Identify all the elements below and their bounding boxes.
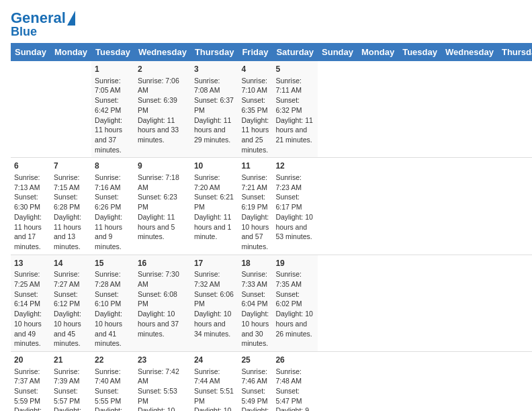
- column-header-monday: Monday: [357, 43, 398, 61]
- day-cell-23: 23Sunrise: 7:42 AMSunset: 5:53 PMDayligh…: [134, 351, 191, 411]
- daylight-text: Daylight: 10 hours and 57 minutes.: [241, 212, 269, 252]
- sunrise-text: Sunrise: 7:23 AM: [275, 173, 314, 192]
- day-cell-19: 19Sunrise: 7:35 AMSunset: 6:02 PMDayligh…: [272, 255, 318, 351]
- sunrise-text: Sunrise: 7:42 AM: [138, 367, 187, 386]
- day-number: 26: [275, 355, 314, 366]
- sunrise-text: Sunrise: 7:20 AM: [194, 173, 235, 192]
- sunset-text: Sunset: 6:10 PM: [95, 289, 131, 309]
- daylight-text: Daylight: 10 hours and 18 minutes.: [54, 406, 88, 411]
- sunset-text: Sunset: 6:28 PM: [54, 192, 88, 212]
- sunset-text: Sunset: 5:47 PM: [275, 386, 314, 406]
- sunrise-text: Sunrise: 7:46 AM: [241, 367, 269, 386]
- sunrise-text: Sunrise: 7:06 AM: [138, 76, 187, 95]
- column-header-tuesday: Tuesday: [91, 43, 134, 61]
- day-cell-12: 12Sunrise: 7:23 AMSunset: 6:17 PMDayligh…: [272, 158, 318, 255]
- daylight-text: Daylight: 10 hours and 30 minutes.: [241, 309, 269, 349]
- daylight-text: Daylight: 11 hours and 1 minute.: [194, 212, 235, 242]
- daylight-text: Daylight: 10 hours and 41 minutes.: [95, 309, 131, 349]
- logo-subtext: Blue: [11, 26, 37, 38]
- sunrise-text: Sunrise: 7:25 AM: [14, 269, 47, 289]
- sunset-text: Sunset: 5:53 PM: [138, 386, 187, 406]
- sunset-text: Sunset: 6:19 PM: [241, 192, 269, 212]
- day-cell-14: 14Sunrise: 7:27 AMSunset: 6:12 PMDayligh…: [50, 255, 91, 351]
- day-number: 20: [14, 355, 47, 366]
- column-header-wednesday: Wednesday: [441, 43, 498, 61]
- sunset-text: Sunset: 6:02 PM: [275, 289, 314, 309]
- day-cell-5: 5Sunrise: 7:11 AMSunset: 6:32 PMDaylight…: [272, 61, 318, 158]
- day-number: 11: [241, 161, 269, 172]
- sunset-text: Sunset: 6:04 PM: [241, 289, 269, 309]
- sunrise-text: Sunrise: 7:11 AM: [275, 76, 314, 95]
- column-header-monday: Monday: [50, 43, 91, 61]
- day-cell-9: 9Sunrise: 7:18 AMSunset: 6:23 PMDaylight…: [134, 158, 191, 255]
- day-number: 1: [95, 64, 131, 75]
- day-number: 4: [241, 64, 269, 75]
- sunset-text: Sunset: 6:30 PM: [14, 192, 47, 212]
- sunrise-text: Sunrise: 7:48 AM: [275, 367, 314, 386]
- sunrise-text: Sunrise: 7:28 AM: [95, 269, 131, 289]
- day-cell-13: 13Sunrise: 7:25 AMSunset: 6:14 PMDayligh…: [11, 255, 50, 351]
- day-cell-24: 24Sunrise: 7:44 AMSunset: 5:51 PMDayligh…: [191, 351, 238, 411]
- sunrise-text: Sunrise: 7:05 AM: [95, 76, 131, 95]
- empty-cell: [11, 61, 50, 158]
- sunset-text: Sunset: 6:08 PM: [138, 289, 187, 309]
- daylight-text: Daylight: 11 hours and 5 minutes.: [138, 212, 187, 242]
- logo-text: General: [11, 11, 66, 26]
- daylight-text: Daylight: 10 hours and 53 minutes.: [275, 212, 314, 242]
- day-cell-15: 15Sunrise: 7:28 AMSunset: 6:10 PMDayligh…: [91, 255, 134, 351]
- day-number: 12: [275, 161, 314, 172]
- sunset-text: Sunset: 6:21 PM: [194, 192, 235, 212]
- day-cell-3: 3Sunrise: 7:08 AMSunset: 6:37 PMDaylight…: [191, 61, 238, 158]
- empty-cell: [50, 61, 91, 158]
- daylight-text: Daylight: 11 hours and 29 minutes.: [194, 116, 235, 145]
- daylight-text: Daylight: 10 hours and 10 minutes.: [138, 406, 187, 411]
- day-number: 24: [194, 355, 235, 366]
- column-header-sunday: Sunday: [11, 43, 50, 61]
- daylight-text: Daylight: 11 hours and 25 minutes.: [241, 116, 269, 155]
- sunset-text: Sunset: 6:06 PM: [194, 289, 235, 309]
- day-cell-10: 10Sunrise: 7:20 AMSunset: 6:21 PMDayligh…: [191, 158, 238, 255]
- daylight-text: Daylight: 10 hours and 49 minutes.: [14, 309, 47, 349]
- week-row-4: 20Sunrise: 7:37 AMSunset: 5:59 PMDayligh…: [11, 351, 532, 411]
- sunset-text: Sunset: 6:12 PM: [54, 289, 88, 309]
- sunrise-text: Sunrise: 7:18 AM: [138, 173, 187, 192]
- daylight-text: Daylight: 9 hours and 59 minutes.: [275, 406, 314, 411]
- sunrise-text: Sunrise: 7:21 AM: [241, 173, 269, 192]
- sunset-text: Sunset: 5:55 PM: [95, 386, 131, 406]
- day-cell-11: 11Sunrise: 7:21 AMSunset: 6:19 PMDayligh…: [238, 158, 272, 255]
- day-number: 13: [14, 258, 47, 269]
- day-cell-7: 7Sunrise: 7:15 AMSunset: 6:28 PMDaylight…: [50, 158, 91, 255]
- sunset-text: Sunset: 6:39 PM: [138, 95, 187, 115]
- daylight-text: Daylight: 11 hours and 17 minutes.: [14, 212, 47, 252]
- sunrise-text: Sunrise: 7:13 AM: [14, 173, 47, 192]
- sunset-text: Sunset: 6:26 PM: [95, 192, 131, 212]
- day-number: 3: [194, 64, 235, 75]
- column-header-thursday: Thursday: [191, 43, 238, 61]
- sunset-text: Sunset: 6:42 PM: [95, 95, 131, 115]
- column-header-sunday: Sunday: [318, 43, 357, 61]
- day-cell-1: 1Sunrise: 7:05 AMSunset: 6:42 PMDaylight…: [91, 61, 134, 158]
- sunrise-text: Sunrise: 7:33 AM: [241, 269, 269, 289]
- daylight-text: Daylight: 10 hours and 14 minutes.: [95, 406, 131, 411]
- logo: General Blue: [11, 11, 75, 38]
- sunset-text: Sunset: 6:17 PM: [275, 192, 314, 212]
- day-cell-8: 8Sunrise: 7:16 AMSunset: 6:26 PMDaylight…: [91, 158, 134, 255]
- week-row-1: 1Sunrise: 7:05 AMSunset: 6:42 PMDaylight…: [11, 61, 532, 158]
- day-number: 23: [138, 355, 187, 366]
- sunrise-text: Sunrise: 7:08 AM: [194, 76, 235, 95]
- day-number: 2: [138, 64, 187, 75]
- day-cell-17: 17Sunrise: 7:32 AMSunset: 6:06 PMDayligh…: [191, 255, 238, 351]
- sunrise-text: Sunrise: 7:40 AM: [95, 367, 131, 386]
- day-number: 8: [95, 161, 131, 172]
- day-number: 7: [54, 161, 88, 172]
- sunrise-text: Sunrise: 7:16 AM: [95, 173, 131, 192]
- day-number: 25: [241, 355, 269, 366]
- day-number: 18: [241, 258, 269, 269]
- sunrise-text: Sunrise: 7:15 AM: [54, 173, 88, 192]
- day-cell-25: 25Sunrise: 7:46 AMSunset: 5:49 PMDayligh…: [238, 351, 272, 411]
- daylight-text: Daylight: 11 hours and 33 minutes.: [138, 116, 187, 145]
- column-header-saturday: Saturday: [272, 43, 318, 61]
- daylight-text: Daylight: 10 hours and 22 minutes.: [14, 406, 47, 411]
- day-number: 6: [14, 161, 47, 172]
- day-number: 16: [138, 258, 187, 269]
